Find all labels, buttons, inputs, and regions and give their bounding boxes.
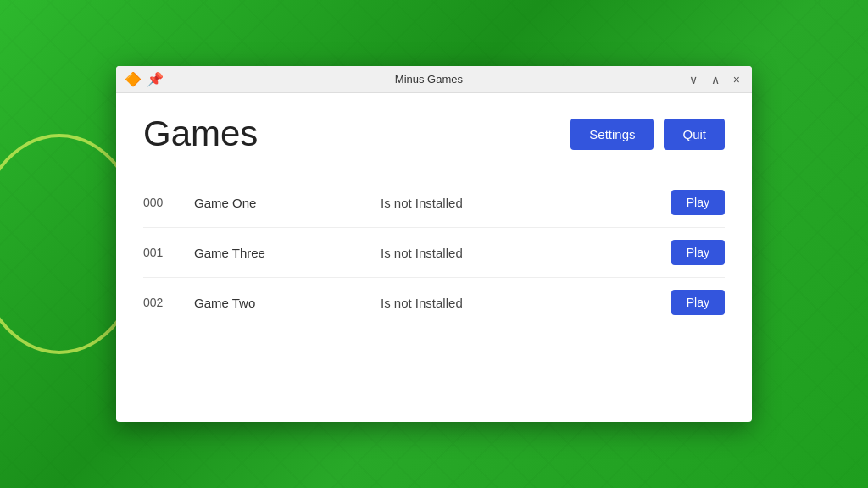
header-buttons: Settings Quit <box>570 119 725 150</box>
game-status: Is not Installed <box>381 296 671 310</box>
page-title: Games <box>143 114 258 154</box>
window-controls: ∨ ∧ × <box>686 74 743 86</box>
play-button[interactable]: Play <box>671 290 725 315</box>
game-status: Is not Installed <box>381 196 671 210</box>
games-list: 000 Game One Is not Installed Play 001 G… <box>143 178 725 327</box>
app-icon-2: 📌 <box>147 71 164 87</box>
game-index: 000 <box>143 196 194 209</box>
title-bar: 🔶 📌 Minus Games ∨ ∧ × <box>116 66 752 93</box>
app-icon-1: 🔶 <box>125 71 142 87</box>
game-name: Game One <box>194 196 381 210</box>
play-button[interactable]: Play <box>671 190 725 215</box>
table-row: 001 Game Three Is not Installed Play <box>143 228 725 278</box>
title-bar-icons: 🔶 📌 <box>125 71 164 87</box>
game-name: Game Three <box>194 246 381 260</box>
game-name: Game Two <box>194 296 381 310</box>
quit-button[interactable]: Quit <box>664 119 725 150</box>
table-row: 000 Game One Is not Installed Play <box>143 178 725 228</box>
window-body: Games Settings Quit 000 Game One Is not … <box>116 93 752 422</box>
minimize-button[interactable]: ∨ <box>686 74 701 86</box>
maximize-button[interactable]: ∧ <box>708 74 723 86</box>
play-button[interactable]: Play <box>671 240 725 265</box>
app-window: 🔶 📌 Minus Games ∨ ∧ × Games Settings Qui… <box>116 66 752 422</box>
window-title: Minus Games <box>172 73 686 86</box>
game-index: 001 <box>143 246 194 259</box>
close-button[interactable]: × <box>730 74 743 86</box>
game-index: 002 <box>143 296 194 309</box>
table-row: 002 Game Two Is not Installed Play <box>143 278 725 327</box>
settings-button[interactable]: Settings <box>570 119 654 150</box>
game-status: Is not Installed <box>381 246 671 260</box>
header-row: Games Settings Quit <box>143 114 725 154</box>
